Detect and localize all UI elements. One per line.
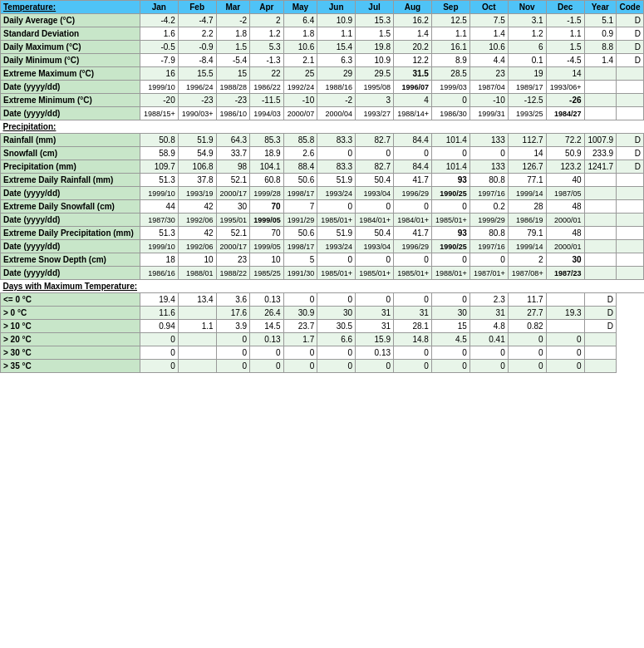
- table-cell: 0.94: [140, 320, 178, 333]
- table-cell: 11.7: [508, 293, 546, 307]
- table-cell: 1993/27: [356, 107, 394, 120]
- table-cell: 1997/16: [469, 240, 508, 253]
- table-row: > 20 °C000.131.76.615.914.84.50.4100: [1, 333, 644, 346]
- table-cell: -10: [283, 94, 317, 107]
- table-cell: 51.3: [140, 174, 178, 187]
- table-cell: 1985/01+: [317, 267, 356, 280]
- table-cell: -12.5: [508, 94, 546, 107]
- table-cell: 1988/01+: [431, 267, 469, 280]
- table-cell: 6.3: [317, 54, 356, 67]
- table-cell: 1990/25: [431, 240, 469, 253]
- table-cell: 1007.9: [584, 134, 617, 147]
- table-cell: 1.1: [431, 27, 469, 41]
- table-cell: 2.6: [283, 147, 317, 160]
- table-cell: 0: [317, 346, 356, 360]
- table-cell: 12.5: [431, 14, 469, 27]
- table-cell: 1993/19: [178, 187, 216, 200]
- table-cell: 0: [317, 147, 356, 160]
- table-cell: -20: [140, 94, 178, 107]
- table-cell: 40: [546, 174, 584, 187]
- table-cell: 98: [216, 160, 250, 174]
- table-cell: 2000/01: [546, 214, 584, 227]
- table-cell: 1984/01+: [394, 214, 432, 227]
- table-cell: 37.8: [178, 174, 216, 187]
- table-cell: [546, 293, 584, 307]
- table-cell: 23.7: [283, 320, 317, 333]
- table-cell: 0: [508, 333, 546, 346]
- table-cell: 3.1: [508, 14, 546, 27]
- table-cell: 1.4: [394, 27, 432, 41]
- table-cell: 51.9: [178, 134, 216, 147]
- table-cell: 12.2: [394, 54, 432, 67]
- table-row: > 0 °C11.617.626.430.9303131303127.719.3…: [1, 307, 644, 320]
- col-header-dec: Dec: [546, 1, 584, 14]
- table-cell: D: [617, 27, 644, 41]
- table-cell: 0: [508, 360, 546, 373]
- table-cell: 10: [178, 253, 216, 267]
- table-cell: [584, 174, 617, 187]
- row-label: Extreme Maximum (°C): [1, 67, 140, 81]
- table-cell: 64.3: [216, 134, 250, 147]
- table-cell: 0: [431, 360, 469, 373]
- table-cell: 1988/22: [216, 267, 250, 280]
- table-cell: 10.9: [356, 54, 394, 67]
- table-cell: 10: [250, 253, 284, 267]
- table-cell: 28.1: [394, 320, 432, 333]
- table-cell: 4: [394, 94, 432, 107]
- table-cell: 30: [546, 253, 584, 267]
- table-cell: 48: [546, 227, 584, 240]
- table-row: <= 0 °C19.413.43.60.13000002.311.7D: [1, 293, 644, 307]
- table-cell: -10: [469, 94, 508, 107]
- table-cell: 0: [283, 293, 317, 307]
- table-cell: [617, 107, 644, 120]
- table-cell: [584, 267, 617, 280]
- section-title: Days with Maximum Temperature:: [1, 280, 644, 293]
- table-cell: -2: [317, 94, 356, 107]
- table-cell: 1988/01: [178, 267, 216, 280]
- table-cell: 82.7: [356, 134, 394, 147]
- table-cell: 0: [317, 360, 356, 373]
- table-cell: 112.7: [508, 134, 546, 147]
- table-cell: [584, 346, 617, 360]
- table-cell: [584, 67, 617, 81]
- table-cell: 5.3: [250, 41, 284, 54]
- table-cell: 19: [508, 67, 546, 81]
- table-cell: 1999/14: [508, 187, 546, 200]
- table-cell: 0: [317, 293, 356, 307]
- col-header-jun: Jun: [317, 1, 356, 14]
- table-cell: 15.3: [356, 14, 394, 27]
- col-header-oct: Oct: [469, 1, 508, 14]
- table-cell: [617, 174, 644, 187]
- table-cell: 0: [317, 253, 356, 267]
- table-cell: 10.6: [469, 41, 508, 54]
- table-cell: [584, 214, 617, 227]
- table-cell: 50.9: [546, 147, 584, 160]
- table-cell: 0: [431, 346, 469, 360]
- row-label: Daily Maximum (°C): [1, 41, 140, 54]
- table-cell: 18: [140, 253, 178, 267]
- table-cell: 16.2: [394, 14, 432, 27]
- col-header-jan: Jan: [140, 1, 178, 14]
- row-label: Standard Deviation: [1, 27, 140, 41]
- table-cell: 29.5: [356, 67, 394, 81]
- table-cell: 1984/01+: [356, 214, 394, 227]
- table-cell: 1988/14+: [394, 107, 432, 120]
- table-cell: 15.4: [317, 41, 356, 54]
- table-cell: 1987/05: [546, 187, 584, 200]
- table-row: > 30 °C000000.1300000: [1, 346, 644, 360]
- col-header-code: Code: [617, 1, 644, 14]
- table-cell: 0: [431, 200, 469, 214]
- table-cell: 44: [140, 200, 178, 214]
- table-cell: 233.9: [584, 147, 617, 160]
- table-cell: 0: [469, 147, 508, 160]
- table-cell: [617, 200, 644, 214]
- table-cell: 109.7: [140, 160, 178, 174]
- table-cell: 4.5: [431, 333, 469, 346]
- table-cell: -26: [546, 94, 584, 107]
- table-cell: 15: [216, 67, 250, 81]
- table-cell: 0: [546, 346, 584, 360]
- table-cell: 10.6: [283, 41, 317, 54]
- table-cell: 0: [546, 333, 584, 346]
- row-label: Rainfall (mm): [1, 134, 140, 147]
- table-cell: D: [617, 14, 644, 27]
